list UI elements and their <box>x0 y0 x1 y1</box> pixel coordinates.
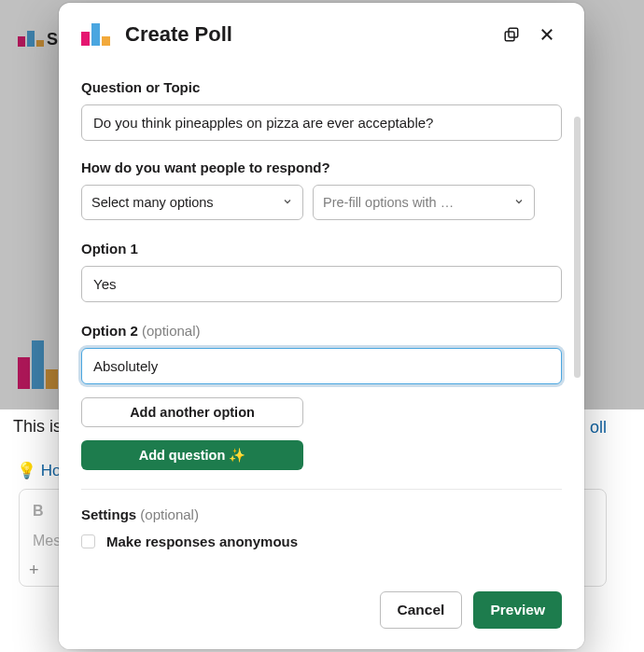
modal-footer: Cancel Preview <box>59 577 584 649</box>
option2-input[interactable] <box>81 348 562 384</box>
response-mode-select[interactable]: Select many options <box>81 185 303 220</box>
add-another-option-button[interactable]: Add another option <box>81 397 303 427</box>
modal-title: Create Poll <box>125 22 497 47</box>
format-bold-icon: B <box>33 503 44 520</box>
option1-input[interactable] <box>81 266 562 302</box>
chevron-down-icon <box>282 195 293 210</box>
anonymous-checkbox[interactable] <box>81 534 95 548</box>
scrollbar-thumb[interactable] <box>574 117 581 378</box>
anonymous-label: Make responses anonymous <box>106 534 298 549</box>
response-mode-value: Select many options <box>91 195 214 210</box>
close-icon[interactable] <box>532 20 562 49</box>
prefill-select[interactable]: Pre-fill options with … <box>313 185 535 220</box>
bg-channel-text-right: oll <box>590 418 607 437</box>
create-poll-modal: Create Poll Question or Topic How do you… <box>59 3 584 649</box>
modal-body: Question or Topic How do you want people… <box>59 64 584 577</box>
svg-rect-0 <box>509 28 518 37</box>
modal-header: Create Poll <box>59 3 584 64</box>
respond-label: How do you want people to respond? <box>81 160 562 175</box>
option2-optional-hint: (optional) <box>142 323 201 339</box>
option2-label: Option 2 (optional) <box>81 323 562 339</box>
question-input[interactable] <box>81 104 562 141</box>
preview-button[interactable]: Preview <box>473 591 562 629</box>
cancel-button[interactable]: Cancel <box>380 591 463 629</box>
poll-app-logo-icon <box>81 23 112 46</box>
add-question-button[interactable]: Add question ✨ <box>81 440 303 470</box>
chevron-down-icon <box>513 195 525 210</box>
svg-rect-1 <box>505 32 514 41</box>
compose-plus-icon: + <box>29 561 39 580</box>
question-label: Question or Topic <box>81 79 562 95</box>
option1-label: Option 1 <box>81 241 562 257</box>
section-divider <box>81 489 562 490</box>
anonymous-setting-row[interactable]: Make responses anonymous <box>81 534 562 549</box>
settings-optional-hint: (optional) <box>140 506 199 522</box>
bg-channel-text-left: This is <box>13 417 62 437</box>
lightbulb-icon: 💡 Ho <box>17 461 61 480</box>
new-window-icon[interactable] <box>497 20 526 49</box>
prefill-value: Pre-fill options with … <box>323 195 454 210</box>
settings-heading: Settings (optional) <box>81 506 562 522</box>
